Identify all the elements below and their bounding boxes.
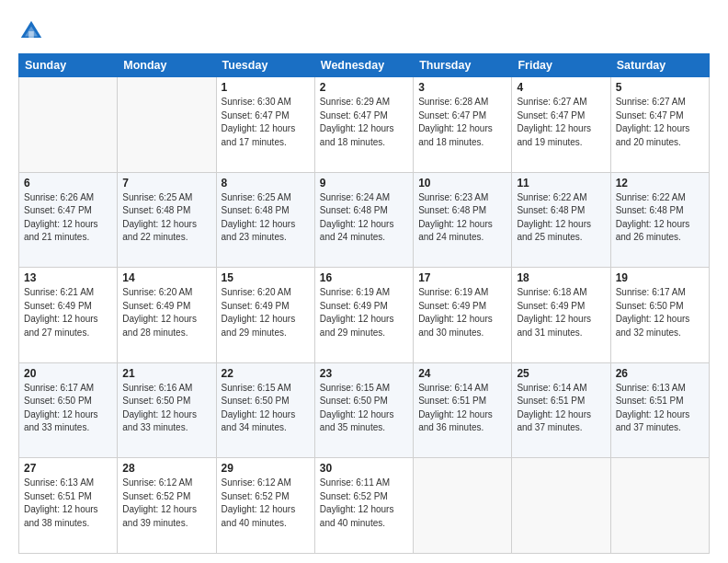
day-info: Sunrise: 6:13 AMSunset: 6:51 PMDaylight:… [24, 477, 112, 530]
page: Sunday Monday Tuesday Wednesday Thursday… [0, 0, 728, 563]
day-number: 9 [320, 177, 408, 190]
day-info: Sunrise: 6:23 AMSunset: 6:48 PMDaylight:… [418, 191, 506, 245]
table-row [414, 458, 512, 554]
day-number: 23 [320, 367, 408, 380]
col-thursday: Thursday [414, 54, 512, 77]
table-row: 12Sunrise: 6:22 AMSunset: 6:48 PMDayligh… [610, 172, 709, 268]
day-number: 5 [616, 81, 704, 94]
svg-rect-2 [28, 31, 34, 38]
day-info: Sunrise: 6:18 AMSunset: 6:49 PMDaylight:… [517, 286, 605, 339]
day-number: 6 [24, 177, 112, 190]
day-info: Sunrise: 6:25 AMSunset: 6:48 PMDaylight:… [222, 191, 310, 245]
day-info: Sunrise: 6:25 AMSunset: 6:48 PMDaylight:… [122, 191, 210, 245]
day-number: 21 [122, 367, 210, 380]
logo-icon [18, 18, 44, 44]
day-info: Sunrise: 6:12 AMSunset: 6:52 PMDaylight:… [122, 477, 210, 530]
day-info: Sunrise: 6:22 AMSunset: 6:48 PMDaylight:… [517, 191, 605, 245]
col-wednesday: Wednesday [314, 54, 413, 77]
day-info: Sunrise: 6:11 AMSunset: 6:52 PMDaylight:… [320, 477, 408, 530]
day-info: Sunrise: 6:15 AMSunset: 6:50 PMDaylight:… [320, 382, 408, 435]
day-info: Sunrise: 6:16 AMSunset: 6:50 PMDaylight:… [122, 382, 210, 435]
day-number: 13 [24, 271, 112, 284]
day-number: 14 [122, 271, 210, 284]
day-number: 10 [418, 177, 506, 190]
table-row: 8Sunrise: 6:25 AMSunset: 6:48 PMDaylight… [216, 172, 314, 268]
day-number: 11 [517, 177, 605, 190]
day-number: 7 [122, 177, 210, 190]
table-row: 26Sunrise: 6:13 AMSunset: 6:51 PMDayligh… [610, 362, 709, 458]
day-info: Sunrise: 6:24 AMSunset: 6:48 PMDaylight:… [320, 191, 408, 245]
table-row: 21Sunrise: 6:16 AMSunset: 6:50 PMDayligh… [118, 362, 216, 458]
day-number: 29 [222, 462, 310, 475]
table-row: 4Sunrise: 6:27 AMSunset: 6:47 PMDaylight… [512, 77, 610, 173]
table-row: 30Sunrise: 6:11 AMSunset: 6:52 PMDayligh… [314, 458, 413, 554]
header-row: Sunday Monday Tuesday Wednesday Thursday… [19, 54, 710, 77]
table-row [512, 458, 610, 554]
col-monday: Monday [118, 54, 216, 77]
day-info: Sunrise: 6:12 AMSunset: 6:52 PMDaylight:… [222, 477, 310, 530]
table-row [19, 77, 118, 173]
day-number: 16 [320, 271, 408, 284]
day-info: Sunrise: 6:17 AMSunset: 6:50 PMDaylight:… [616, 286, 704, 339]
calendar-table: Sunday Monday Tuesday Wednesday Thursday… [18, 53, 710, 554]
day-info: Sunrise: 6:14 AMSunset: 6:51 PMDaylight:… [517, 382, 605, 435]
day-number: 4 [517, 81, 605, 94]
table-row: 9Sunrise: 6:24 AMSunset: 6:48 PMDaylight… [314, 172, 413, 268]
day-info: Sunrise: 6:22 AMSunset: 6:48 PMDaylight:… [616, 191, 704, 245]
table-row: 3Sunrise: 6:28 AMSunset: 6:47 PMDaylight… [414, 77, 512, 173]
calendar-week-row: 20Sunrise: 6:17 AMSunset: 6:50 PMDayligh… [19, 362, 710, 458]
day-number: 18 [517, 271, 605, 284]
table-row: 22Sunrise: 6:15 AMSunset: 6:50 PMDayligh… [216, 362, 314, 458]
table-row: 5Sunrise: 6:27 AMSunset: 6:47 PMDaylight… [610, 77, 709, 173]
day-number: 12 [616, 177, 704, 190]
table-row: 27Sunrise: 6:13 AMSunset: 6:51 PMDayligh… [19, 458, 118, 554]
day-number: 20 [24, 367, 112, 380]
day-info: Sunrise: 6:20 AMSunset: 6:49 PMDaylight:… [122, 286, 210, 339]
col-tuesday: Tuesday [216, 54, 314, 77]
table-row: 20Sunrise: 6:17 AMSunset: 6:50 PMDayligh… [19, 362, 118, 458]
day-info: Sunrise: 6:13 AMSunset: 6:51 PMDaylight:… [616, 382, 704, 435]
table-row: 7Sunrise: 6:25 AMSunset: 6:48 PMDaylight… [118, 172, 216, 268]
table-row: 14Sunrise: 6:20 AMSunset: 6:49 PMDayligh… [118, 268, 216, 363]
day-number: 27 [24, 462, 112, 475]
day-number: 1 [222, 81, 310, 94]
table-row [118, 77, 216, 173]
table-row: 6Sunrise: 6:26 AMSunset: 6:47 PMDaylight… [19, 172, 118, 268]
day-number: 25 [517, 367, 605, 380]
table-row: 28Sunrise: 6:12 AMSunset: 6:52 PMDayligh… [118, 458, 216, 554]
day-info: Sunrise: 6:19 AMSunset: 6:49 PMDaylight:… [320, 286, 408, 339]
day-number: 8 [222, 177, 310, 190]
day-number: 24 [418, 367, 506, 380]
table-row [610, 458, 709, 554]
day-number: 3 [418, 81, 506, 94]
col-sunday: Sunday [19, 54, 118, 77]
table-row: 17Sunrise: 6:19 AMSunset: 6:49 PMDayligh… [414, 268, 512, 363]
table-row: 29Sunrise: 6:12 AMSunset: 6:52 PMDayligh… [216, 458, 314, 554]
day-number: 17 [418, 271, 506, 284]
table-row: 10Sunrise: 6:23 AMSunset: 6:48 PMDayligh… [414, 172, 512, 268]
table-row: 11Sunrise: 6:22 AMSunset: 6:48 PMDayligh… [512, 172, 610, 268]
header [18, 17, 710, 44]
table-row: 13Sunrise: 6:21 AMSunset: 6:49 PMDayligh… [19, 268, 118, 363]
col-friday: Friday [512, 54, 610, 77]
table-row: 19Sunrise: 6:17 AMSunset: 6:50 PMDayligh… [610, 268, 709, 363]
calendar-week-row: 6Sunrise: 6:26 AMSunset: 6:47 PMDaylight… [19, 172, 710, 268]
day-info: Sunrise: 6:15 AMSunset: 6:50 PMDaylight:… [222, 382, 310, 435]
col-saturday: Saturday [610, 54, 709, 77]
day-info: Sunrise: 6:20 AMSunset: 6:49 PMDaylight:… [222, 286, 310, 339]
day-number: 28 [122, 462, 210, 475]
calendar-week-row: 1Sunrise: 6:30 AMSunset: 6:47 PMDaylight… [19, 77, 710, 173]
calendar-week-row: 27Sunrise: 6:13 AMSunset: 6:51 PMDayligh… [19, 458, 710, 554]
day-info: Sunrise: 6:26 AMSunset: 6:47 PMDaylight:… [24, 191, 112, 245]
table-row: 1Sunrise: 6:30 AMSunset: 6:47 PMDaylight… [216, 77, 314, 173]
day-info: Sunrise: 6:27 AMSunset: 6:47 PMDaylight:… [616, 96, 704, 149]
day-number: 30 [320, 462, 408, 475]
day-number: 19 [616, 271, 704, 284]
calendar-week-row: 13Sunrise: 6:21 AMSunset: 6:49 PMDayligh… [19, 268, 710, 363]
day-info: Sunrise: 6:14 AMSunset: 6:51 PMDaylight:… [418, 382, 506, 435]
day-info: Sunrise: 6:28 AMSunset: 6:47 PMDaylight:… [418, 96, 506, 149]
day-number: 15 [222, 271, 310, 284]
table-row: 23Sunrise: 6:15 AMSunset: 6:50 PMDayligh… [314, 362, 413, 458]
day-info: Sunrise: 6:17 AMSunset: 6:50 PMDaylight:… [24, 382, 112, 435]
table-row: 24Sunrise: 6:14 AMSunset: 6:51 PMDayligh… [414, 362, 512, 458]
